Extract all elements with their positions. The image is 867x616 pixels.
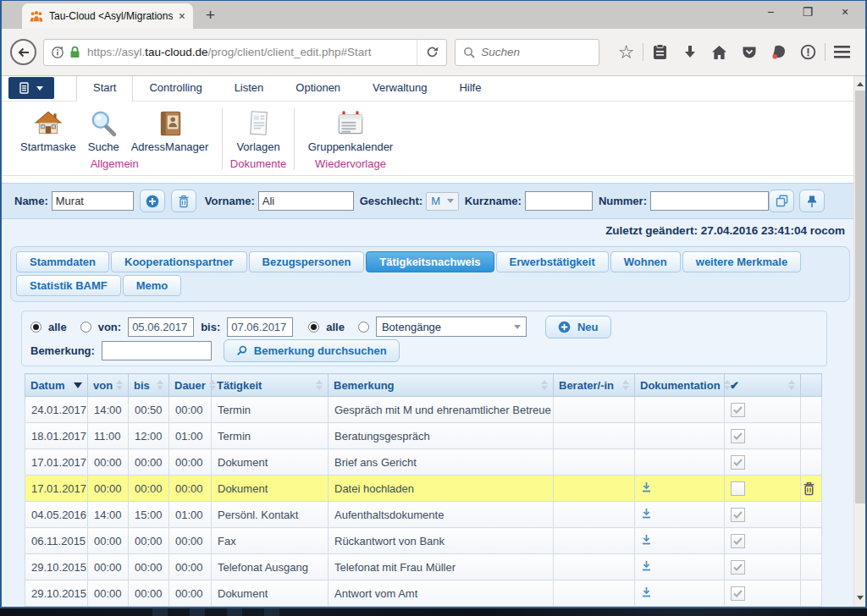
search-input[interactable]	[481, 46, 583, 58]
cell-datum[interactable]: 29.10.2015	[25, 580, 88, 607]
tab-memo[interactable]: Memo	[123, 275, 182, 296]
cell-erledigt[interactable]	[725, 502, 801, 528]
cell-bemerkung[interactable]: Aufenthaltsdokumente	[329, 502, 554, 528]
tab-stammdaten[interactable]: Stammdaten	[16, 251, 109, 272]
cell-taetigkeit[interactable]: Dokument	[212, 607, 329, 608]
cell-dokumentation[interactable]	[635, 397, 725, 423]
download-icon[interactable]	[641, 534, 652, 545]
cell-actions[interactable]	[801, 476, 822, 502]
table-row[interactable]: 29.10.2015 00:00 00:00 00:00 Dokument An…	[25, 580, 822, 607]
col-header-dokumentation[interactable]: Dokumentation	[635, 374, 725, 397]
cell-taetigkeit[interactable]: Dokument	[212, 580, 329, 607]
cell-dokumentation[interactable]	[635, 554, 725, 580]
checkbox-checked[interactable]	[731, 403, 745, 417]
cell-datum[interactable]: 04.05.2016	[25, 502, 88, 528]
cell-bis[interactable]: 23:00	[129, 607, 169, 608]
cell-taetigkeit[interactable]: Fax	[212, 528, 329, 554]
cell-erledigt[interactable]	[725, 423, 801, 449]
col-header-von[interactable]: von	[88, 374, 129, 397]
cell-actions[interactable]	[801, 580, 822, 607]
cell-actions[interactable]	[801, 423, 822, 449]
cell-von[interactable]: 22:00	[88, 607, 129, 608]
checkbox-checked[interactable]	[731, 455, 745, 470]
bemerkung-search-button[interactable]: Bemerkung durchsuchen	[224, 339, 400, 362]
page-info-icon[interactable]	[51, 46, 64, 59]
cell-berater[interactable]	[554, 580, 635, 607]
cell-bemerkung[interactable]: Rückantwort von Bank	[329, 528, 554, 554]
cell-erledigt[interactable]	[725, 449, 801, 476]
menu-item-optionen[interactable]: Optionen	[279, 76, 356, 101]
detach-window-button[interactable]	[769, 190, 794, 212]
startmaske-button[interactable]: Startmaske	[17, 107, 80, 155]
cell-dokumentation[interactable]	[635, 476, 725, 502]
bis-date-field[interactable]	[227, 317, 293, 337]
menu-item-verwaltung[interactable]: Verwaltung	[356, 76, 443, 101]
cell-dokumentation[interactable]	[635, 580, 725, 607]
cell-datum[interactable]: 24.01.2017	[25, 397, 88, 423]
radio-all-types[interactable]	[308, 322, 319, 333]
cell-dauer[interactable]: 00:00	[169, 554, 212, 580]
cell-taetigkeit[interactable]: Persönl. Kontakt	[212, 502, 329, 528]
vorlagen-button[interactable]: Vorlagen	[233, 107, 283, 155]
cell-berater[interactable]	[554, 423, 635, 449]
cell-bis[interactable]: 00:50	[129, 397, 169, 423]
cell-erledigt[interactable]	[725, 580, 801, 607]
cell-berater[interactable]	[554, 449, 635, 476]
scroll-up-arrow-icon[interactable]	[854, 76, 865, 89]
cell-taetigkeit[interactable]: Dokument	[212, 476, 329, 502]
cell-taetigkeit[interactable]: Telefonat Ausgang	[212, 554, 329, 580]
pin-button[interactable]	[799, 190, 825, 212]
cell-dokumentation[interactable]	[635, 449, 725, 476]
cell-berater[interactable]	[554, 607, 635, 608]
col-header-t-tigkeit[interactable]: Tätigkeit	[212, 374, 329, 397]
pocket-icon[interactable]	[734, 39, 764, 66]
cell-bemerkung[interactable]: Datei hochladen	[329, 476, 554, 502]
tab-wohnen[interactable]: Wohnen	[610, 251, 681, 272]
cell-von[interactable]: 14:00	[88, 397, 129, 423]
activity-type-select[interactable]: Botengänge	[376, 316, 527, 337]
tab-bezugspersonen[interactable]: Bezugspersonen	[249, 251, 365, 272]
url-text[interactable]: https://asyl.tau-cloud.de/prog/client/cl…	[87, 46, 417, 58]
cell-bemerkung[interactable]: Beratungsgespräch	[329, 423, 554, 449]
page-report-icon[interactable]	[793, 39, 823, 66]
download-icon[interactable]	[641, 481, 652, 492]
cell-bemerkung[interactable]: Gespräch mit M und ehrenamtlicher Betreu…	[329, 397, 554, 423]
kurzname-field[interactable]	[525, 191, 593, 211]
cell-bis[interactable]: 00:00	[129, 449, 169, 476]
von-date-field[interactable]	[128, 317, 194, 337]
geschlecht-select[interactable]: M	[426, 192, 459, 211]
cell-erledigt[interactable]	[725, 607, 801, 608]
col-header-datum[interactable]: Datum	[25, 374, 88, 397]
checkbox-checked[interactable]	[731, 560, 745, 575]
menu-item-start[interactable]: Start	[76, 76, 133, 102]
checkbox-unchecked[interactable]	[731, 481, 745, 496]
checkbox-checked[interactable]	[731, 429, 745, 443]
reading-list-icon[interactable]	[645, 39, 675, 66]
menu-item-controlling[interactable]: Controlling	[133, 76, 218, 101]
cell-bemerkung[interactable]: Brief ans Gericht	[329, 449, 554, 476]
col-header-bis[interactable]: bis	[129, 374, 169, 397]
radio-date-range[interactable]	[80, 322, 91, 333]
tab-close-icon[interactable]: ×	[179, 10, 185, 22]
scrollbar-thumb[interactable]	[855, 91, 865, 503]
bookmark-star-icon[interactable]: ☆	[611, 39, 641, 66]
menu-item-listen[interactable]: Listen	[218, 76, 280, 101]
cell-erledigt[interactable]	[725, 554, 801, 580]
table-row[interactable]: 17.01.2017 00:00 00:00 00:00 Dokument Da…	[25, 476, 822, 502]
home-button-icon[interactable]	[704, 39, 734, 66]
tab-kooperationspartner[interactable]: Kooperationspartner	[111, 251, 247, 272]
cell-actions[interactable]	[801, 554, 822, 580]
window-close-button[interactable]: ×	[826, 1, 864, 24]
cell-datum[interactable]: 17.01.2017	[25, 476, 88, 502]
browser-tab[interactable]: Tau-Cloud <Asyl/Migrations ×	[22, 3, 193, 29]
table-row[interactable]: 28.10.2015 22:00 23:00 01:00 Dokument Sc…	[25, 607, 822, 608]
suche-button[interactable]: Suche	[85, 107, 123, 155]
cell-dauer[interactable]: 00:00	[169, 449, 212, 476]
radio-all-dates[interactable]	[30, 322, 41, 333]
cell-bis[interactable]: 00:00	[129, 554, 169, 580]
cell-bis[interactable]: 12:00	[129, 423, 169, 449]
cell-bis[interactable]: 15:00	[129, 502, 169, 528]
download-icon[interactable]	[641, 586, 652, 597]
nummer-field[interactable]	[650, 191, 769, 211]
cell-bemerkung[interactable]: Antwort vom Amt	[329, 580, 554, 607]
